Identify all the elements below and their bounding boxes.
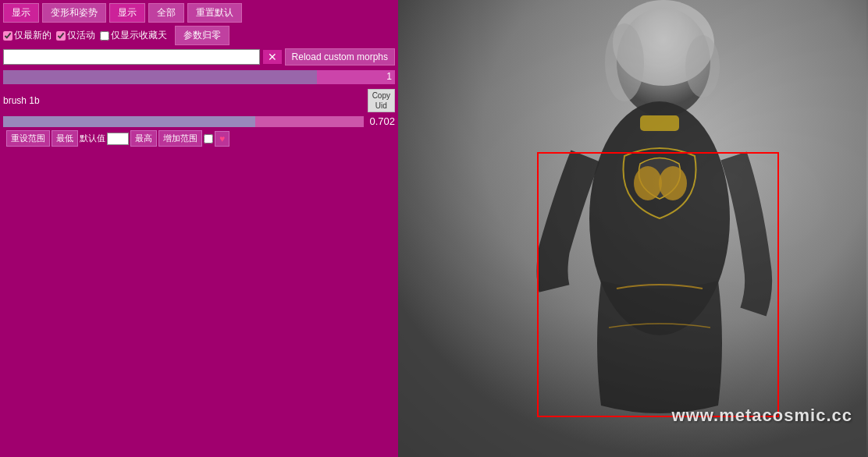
progress-area: 1 (0, 67, 398, 86)
reset-default-btn[interactable]: 重置默认 (187, 3, 242, 23)
svg-rect-8 (640, 115, 679, 131)
favorites-label: 仅显示收藏天 (111, 29, 167, 42)
value-row: 0.702 (3, 115, 395, 129)
svg-point-7 (659, 166, 687, 200)
svg-point-6 (634, 166, 662, 200)
morph-item-row: brush 1b Copy Uid (3, 89, 395, 112)
morph-value: 0.702 (367, 115, 395, 127)
value-slider-fill (3, 116, 255, 127)
min-btn[interactable]: 最低 (52, 130, 78, 147)
progress-track[interactable]: 1 (3, 70, 395, 84)
copy-uid-btn[interactable]: Copy Uid (368, 89, 395, 112)
reset-range-btn[interactable]: 重设范围 (6, 130, 50, 147)
progress-fill (3, 70, 317, 84)
bottom-checkbox[interactable] (204, 134, 213, 143)
morph-item-area: brush 1b Copy Uid 0.702 重设范围 最低 默认值 0 最高… (0, 86, 398, 151)
add-range-btn[interactable]: 增加范围 (158, 130, 202, 147)
zero-params-btn[interactable]: 参数归零 (175, 26, 229, 45)
favorites-checkbox[interactable] (100, 31, 109, 41)
morph-item-label: brush 1b (3, 95, 365, 106)
default-value-input[interactable]: 0 (107, 133, 129, 145)
watermark: www.metacosmic.cc (672, 406, 852, 426)
svg-point-3 (605, 23, 644, 101)
search-input[interactable]: brush (3, 49, 260, 65)
bottom-controls-row: 重设范围 最低 默认值 0 最高 增加范围 ♥ (3, 129, 395, 148)
search-row: brush ✕ Reload custom morphs (0, 47, 398, 67)
favorite-btn[interactable]: ♥ (215, 131, 229, 147)
all-btn[interactable]: 全部 (148, 3, 184, 23)
empty-purple-area (0, 151, 398, 457)
copy-line1: Copy (372, 91, 390, 100)
max-btn[interactable]: 最高 (130, 130, 157, 147)
svg-point-4 (685, 35, 720, 97)
reload-morphs-btn[interactable]: Reload custom morphs (285, 48, 395, 66)
progress-value: 1 (386, 71, 392, 82)
morph-pose-btn[interactable]: 变形和姿势 (42, 3, 106, 23)
active-label: 仅活动 (67, 29, 95, 42)
default-label: 默认值 (80, 133, 105, 144)
toolbar-row-1: 显示 变形和姿势 显示 全部 重置默认 (0, 0, 398, 24)
right-panel: www.metacosmic.cc (398, 0, 868, 457)
newest-checkbox-item[interactable]: 仅最新的 (3, 29, 52, 42)
character-silhouette (398, 0, 866, 457)
search-clear-btn[interactable]: ✕ (263, 50, 282, 64)
display-btn-2[interactable]: 显示 (109, 3, 145, 23)
active-checkbox[interactable] (56, 31, 66, 41)
active-checkbox-item[interactable]: 仅活动 (56, 29, 95, 42)
favorites-checkbox-item[interactable]: 仅显示收藏天 (100, 29, 167, 42)
checkbox-row: 仅最新的 仅活动 仅显示收藏天 参数归零 (0, 24, 398, 47)
newest-label: 仅最新的 (14, 29, 52, 42)
display-btn-1[interactable]: 显示 (3, 3, 39, 23)
copy-line2: Uid (375, 101, 387, 110)
left-panel: 显示 变形和姿势 显示 全部 重置默认 仅最新的 仅活动 仅显示收藏天 参数归零… (0, 0, 398, 457)
value-slider[interactable] (3, 116, 364, 127)
newest-checkbox[interactable] (3, 31, 12, 41)
